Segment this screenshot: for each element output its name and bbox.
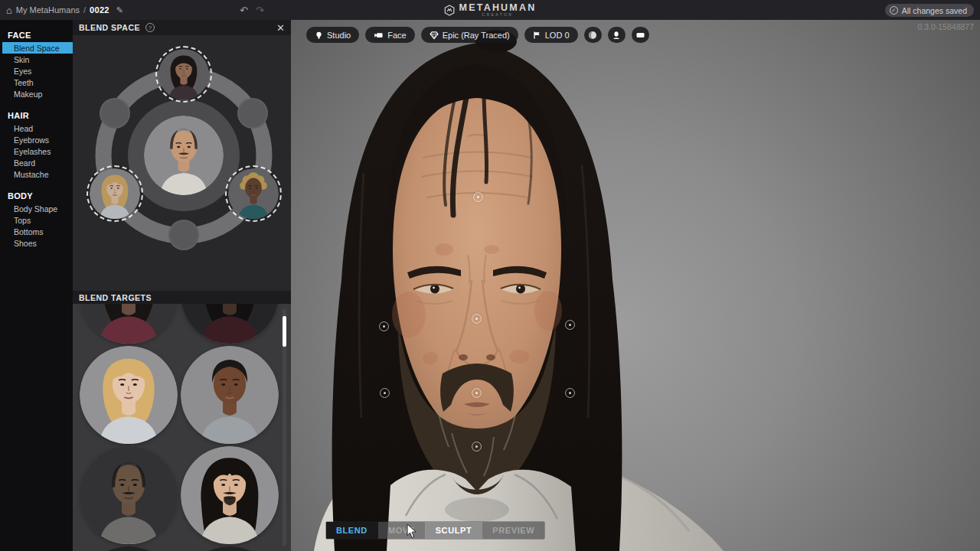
face-control-point[interactable] xyxy=(472,442,482,452)
sidebar-item-shoes[interactable]: Shoes xyxy=(0,237,73,249)
blend-space-panel-header: BLEND SPACE ? ✕ xyxy=(73,20,291,35)
toolbar-button-screen-icon[interactable] xyxy=(632,27,649,43)
version-label: 0.3.0-15848877 xyxy=(917,22,974,31)
toolbar-button-label: Epic (Ray Traced) xyxy=(443,31,510,40)
undo-icon[interactable]: ↶ xyxy=(240,5,248,15)
sidebar-section-title: HAIR xyxy=(0,109,73,122)
head-bust-icon xyxy=(612,31,621,40)
blend-target-balding-man-mustache[interactable] xyxy=(80,446,178,544)
toolbar-button-lod-0[interactable]: LOD 0 xyxy=(524,27,578,43)
character-render xyxy=(291,20,980,551)
screen-icon xyxy=(635,31,645,40)
blend-target-woman-dark-red-top[interactable] xyxy=(181,304,279,344)
sidebar-item-body-shape[interactable]: Body Shape xyxy=(0,203,73,214)
toolbar-button-label: Face xyxy=(387,31,406,40)
close-icon[interactable]: ✕ xyxy=(276,23,285,33)
sidebar-item-eyes[interactable]: Eyes xyxy=(0,65,73,77)
sidebar-section-body: BODYBody ShapeTopsBottomsShoes xyxy=(0,190,73,249)
sidebar-section-face: FACEBlend SpaceSkinEyesTeethMakeup xyxy=(0,29,73,99)
blend-target-dark-hair-woman-pink-top[interactable] xyxy=(80,304,178,344)
blend-center-avatar[interactable] xyxy=(144,116,224,195)
environment-sphere-icon xyxy=(588,31,597,40)
category-sidebar: FACEBlend SpaceSkinEyesTeethMakeupHAIRHe… xyxy=(0,20,73,551)
face-control-point[interactable] xyxy=(473,192,483,202)
blend-slot-empty-upper-right[interactable] xyxy=(237,98,268,129)
quality-gem-icon xyxy=(430,31,439,40)
face-control-point[interactable] xyxy=(380,388,390,398)
mode-tab-sculpt[interactable]: SCULPT xyxy=(426,522,482,539)
toolbar-button-epic-ray-traced-[interactable]: Epic (Ray Traced) xyxy=(421,27,518,43)
mode-tab-move[interactable]: MOVE xyxy=(378,522,425,539)
sidebar-section-hair: HAIRHeadEyebrowsEyelashesBeardMustache xyxy=(0,109,73,180)
breadcrumb: ⌂ My MetaHumans / 0022 ✎ xyxy=(0,5,123,15)
logo-subtitle: CREATOR xyxy=(482,13,514,17)
sidebar-section-title: BODY xyxy=(0,190,73,203)
viewport-3d[interactable]: 0.3.0-15848877 StudioFaceEpic (Ray Trace… xyxy=(291,20,980,551)
sidebar-section-title: FACE xyxy=(0,29,73,42)
toolbar-button-label: LOD 0 xyxy=(545,31,570,40)
blend-wheel[interactable] xyxy=(73,35,291,291)
face-control-point[interactable] xyxy=(565,388,575,398)
face-control-point[interactable] xyxy=(379,321,389,331)
blend-target-partially-visible-portrait[interactable] xyxy=(181,546,279,551)
blend-slot-top[interactable] xyxy=(155,46,212,103)
home-icon[interactable]: ⌂ xyxy=(6,5,12,15)
sidebar-item-eyelashes[interactable]: Eyelashes xyxy=(0,145,73,157)
sidebar-item-teeth[interactable]: Teeth xyxy=(0,77,73,88)
lod-flag-icon xyxy=(533,31,541,40)
mode-switcher: BLENDMOVESCULPTPREVIEW xyxy=(325,521,545,540)
blend-targets-header: BLEND TARGETS xyxy=(73,291,291,304)
blend-target-blonde-bangs-woman[interactable] xyxy=(80,346,178,444)
sidebar-item-tops[interactable]: Tops xyxy=(0,214,73,226)
sidebar-item-makeup[interactable]: Makeup xyxy=(0,88,73,99)
toolbar-button-head-bust-icon[interactable] xyxy=(608,27,626,43)
sidebar-item-head[interactable]: Head xyxy=(0,122,73,134)
blend-slot-lower-right[interactable] xyxy=(225,165,282,222)
blend-slot-lower-left[interactable] xyxy=(87,165,143,222)
toolbar-button-studio[interactable]: Studio xyxy=(306,27,359,43)
logo-title: METAHUMAN xyxy=(459,3,537,13)
hexagon-logo-icon xyxy=(444,5,456,16)
redo-icon[interactable]: ↷ xyxy=(256,5,264,15)
viewport-toolbar: StudioFaceEpic (Ray Traced)LOD 0 xyxy=(306,27,649,43)
edit-pencil-icon[interactable]: ✎ xyxy=(116,5,123,15)
camera-icon xyxy=(374,31,384,40)
metahuman-logo: METAHUMAN CREATOR xyxy=(444,0,537,20)
face-control-point[interactable] xyxy=(565,320,575,330)
sidebar-item-mustache[interactable]: Mustache xyxy=(0,168,73,180)
sidebar-item-bottoms[interactable]: Bottoms xyxy=(0,226,73,237)
blend-target-long-hair-man-goatee[interactable] xyxy=(181,446,279,544)
blend-targets-grid xyxy=(73,304,291,551)
metahuman-creator-app: ⌂ My MetaHumans / 0022 ✎ ↶ ↷ METAHUMAN C… xyxy=(0,0,980,551)
avatar xyxy=(90,168,140,219)
sidebar-item-beard[interactable]: Beard xyxy=(0,157,73,168)
breadcrumb-current: 0022 xyxy=(90,5,109,15)
history-buttons: ↶ ↷ xyxy=(240,0,264,20)
lightbulb-icon xyxy=(315,31,323,40)
face-control-point[interactable] xyxy=(472,314,482,324)
panel-title: BLEND SPACE xyxy=(79,23,140,32)
sidebar-item-blend-space[interactable]: Blend Space xyxy=(2,42,73,54)
breadcrumb-root[interactable]: My MetaHumans xyxy=(16,5,80,15)
sidebar-item-eyebrows[interactable]: Eyebrows xyxy=(0,134,73,145)
blend-targets-title: BLEND TARGETS xyxy=(79,293,152,302)
face-control-point[interactable] xyxy=(472,388,482,398)
toolbar-button-label: Studio xyxy=(327,31,351,40)
avatar xyxy=(144,116,224,195)
blend-slot-empty-upper-left[interactable] xyxy=(100,98,130,129)
toolbar-button-environment-sphere-icon[interactable] xyxy=(584,27,602,43)
blend-slot-empty-bottom[interactable] xyxy=(168,220,199,250)
toolbar-button-face[interactable]: Face xyxy=(365,27,414,43)
avatar xyxy=(228,168,279,219)
breadcrumb-separator: / xyxy=(83,5,86,15)
blend-target-short-hair-black-woman[interactable] xyxy=(181,346,279,444)
help-icon[interactable]: ? xyxy=(145,23,155,32)
blend-target-partially-visible-portrait[interactable] xyxy=(80,546,178,551)
scrollbar-thumb[interactable] xyxy=(283,316,286,347)
mode-tab-preview[interactable]: PREVIEW xyxy=(482,522,544,539)
save-status-text: All changes saved xyxy=(902,6,967,15)
check-circle-icon: ✓ xyxy=(890,6,898,15)
avatar xyxy=(158,49,209,99)
sidebar-item-skin[interactable]: Skin xyxy=(0,54,73,65)
mode-tab-blend[interactable]: BLEND xyxy=(326,522,377,539)
